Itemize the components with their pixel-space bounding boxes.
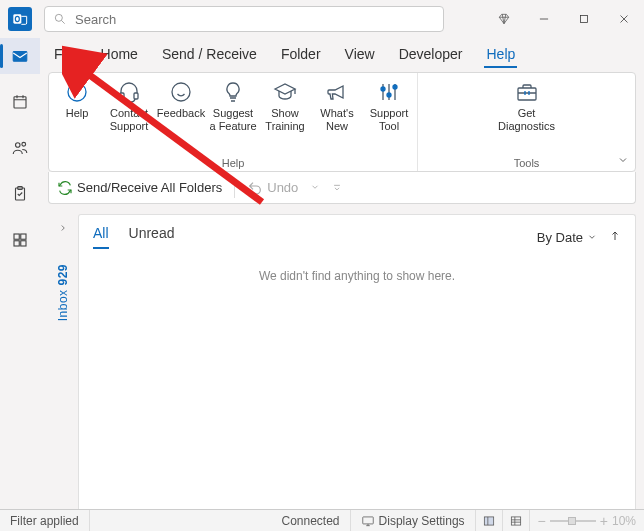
- ribbon-whats-new[interactable]: What's New: [311, 73, 363, 132]
- ribbon-group-tools-label: Tools: [418, 157, 635, 169]
- svg-rect-5: [14, 97, 26, 108]
- svg-rect-10: [14, 234, 19, 239]
- ribbon-whats-new-label: What's New: [319, 107, 354, 132]
- ribbon-suggest-feature-label: Suggest a Feature: [208, 107, 257, 132]
- svg-point-6: [16, 143, 21, 148]
- undo-dropdown[interactable]: [310, 182, 320, 194]
- send-receive-all-button[interactable]: Send/Receive All Folders: [57, 180, 222, 196]
- ribbon-group-help-label: Help: [49, 157, 417, 169]
- ribbon-contact-support[interactable]: Contact Support: [103, 73, 155, 132]
- status-bar: Filter applied Connected Display Setting…: [0, 509, 644, 531]
- undo-label: Undo: [267, 180, 298, 195]
- svg-rect-13: [21, 241, 26, 246]
- svg-rect-22: [362, 516, 373, 523]
- premium-icon[interactable]: [484, 0, 524, 38]
- quick-customize[interactable]: [332, 182, 342, 194]
- status-display-label: Display Settings: [379, 514, 465, 528]
- expand-folder-pane[interactable]: [53, 218, 73, 238]
- tab-folder[interactable]: Folder: [279, 42, 323, 68]
- status-display-settings[interactable]: Display Settings: [351, 510, 476, 531]
- ribbon-show-training-label: Show Training: [264, 107, 305, 132]
- svg-rect-21: [518, 88, 536, 100]
- svg-rect-23: [484, 516, 493, 524]
- ribbon-feedback-label: Feedback: [156, 107, 206, 120]
- svg-point-18: [381, 87, 385, 91]
- view-normal[interactable]: [476, 510, 503, 531]
- ribbon-suggest-feature[interactable]: Suggest a Feature: [207, 73, 259, 132]
- zoom-control[interactable]: − + 10%: [530, 513, 644, 529]
- svg-point-17: [172, 83, 190, 101]
- svg-rect-24: [511, 516, 520, 524]
- ribbon: Help Contact Support Feedback Sugge: [48, 72, 636, 172]
- graduation-icon: [273, 80, 297, 104]
- ribbon-help[interactable]: Help: [51, 73, 103, 132]
- sort-button[interactable]: By Date: [537, 230, 597, 245]
- smile-icon: [169, 80, 193, 104]
- ribbon-support-tool-label: Support Tool: [369, 107, 410, 132]
- rail-people[interactable]: [0, 130, 40, 166]
- maximize-button[interactable]: [564, 0, 604, 38]
- ribbon-feedback[interactable]: Feedback: [155, 73, 207, 132]
- tab-help[interactable]: Help: [484, 42, 517, 68]
- undo-button[interactable]: Undo: [247, 180, 298, 196]
- svg-rect-3: [581, 16, 588, 23]
- menu-tabs: File Home Send / Receive Folder View Dev…: [40, 38, 644, 68]
- svg-rect-15: [120, 93, 124, 99]
- headset-icon: [117, 80, 141, 104]
- folder-vertical-label[interactable]: Inbox 929: [56, 264, 70, 321]
- empty-message: We didn't find anything to show here.: [79, 253, 635, 299]
- tab-home[interactable]: Home: [99, 42, 140, 68]
- tab-view[interactable]: View: [343, 42, 377, 68]
- monitor-icon: [361, 514, 375, 528]
- megaphone-icon: [325, 80, 349, 104]
- folder-count: 929: [56, 264, 70, 286]
- status-filter[interactable]: Filter applied: [0, 510, 90, 531]
- folder-name: Inbox: [56, 289, 70, 321]
- search-input-container[interactable]: [44, 6, 444, 32]
- svg-rect-16: [134, 93, 138, 99]
- sync-icon: [57, 180, 73, 196]
- search-icon: [53, 12, 67, 26]
- left-rail: [0, 38, 40, 509]
- svg-point-2: [55, 14, 62, 21]
- search-input[interactable]: [75, 12, 435, 27]
- lightbulb-icon: [221, 80, 245, 104]
- quick-access-bar: Send/Receive All Folders Undo: [48, 172, 636, 204]
- help-icon: [65, 80, 89, 104]
- ribbon-support-tool[interactable]: Support Tool: [363, 73, 415, 132]
- ribbon-contact-support-label: Contact Support: [109, 107, 150, 132]
- toolbox-icon: [515, 80, 539, 104]
- sort-direction[interactable]: [609, 229, 621, 246]
- svg-point-7: [22, 142, 26, 146]
- send-receive-all-label: Send/Receive All Folders: [77, 180, 222, 195]
- tab-file[interactable]: File: [52, 42, 79, 68]
- rail-tasks[interactable]: [0, 176, 40, 212]
- status-connected: Connected: [272, 510, 351, 531]
- tab-send-receive[interactable]: Send / Receive: [160, 42, 259, 68]
- filter-all[interactable]: All: [93, 225, 109, 249]
- tab-developer[interactable]: Developer: [397, 42, 465, 68]
- rail-mail[interactable]: [0, 38, 40, 74]
- sort-label: By Date: [537, 230, 583, 245]
- svg-point-19: [387, 93, 391, 97]
- outlook-logo: [8, 7, 32, 31]
- message-list: All Unread By Date We didn't find anythi…: [78, 214, 636, 509]
- ribbon-get-diagnostics-label: Get Diagnostics: [497, 107, 556, 132]
- filter-unread[interactable]: Unread: [129, 225, 175, 249]
- close-button[interactable]: [604, 0, 644, 38]
- zoom-value: 10%: [612, 514, 636, 528]
- ribbon-get-diagnostics[interactable]: Get Diagnostics: [491, 73, 563, 132]
- rail-more-apps[interactable]: [0, 222, 40, 258]
- rail-calendar[interactable]: [0, 84, 40, 120]
- ribbon-expand[interactable]: [617, 154, 629, 169]
- svg-rect-11: [21, 234, 26, 239]
- view-reading[interactable]: [503, 510, 530, 531]
- sliders-icon: [377, 80, 401, 104]
- minimize-button[interactable]: [524, 0, 564, 38]
- chevron-down-icon: [587, 232, 597, 242]
- zoom-slider[interactable]: [550, 520, 596, 522]
- svg-point-20: [393, 85, 397, 89]
- ribbon-help-label: Help: [65, 107, 90, 120]
- undo-icon: [247, 180, 263, 196]
- ribbon-show-training[interactable]: Show Training: [259, 73, 311, 132]
